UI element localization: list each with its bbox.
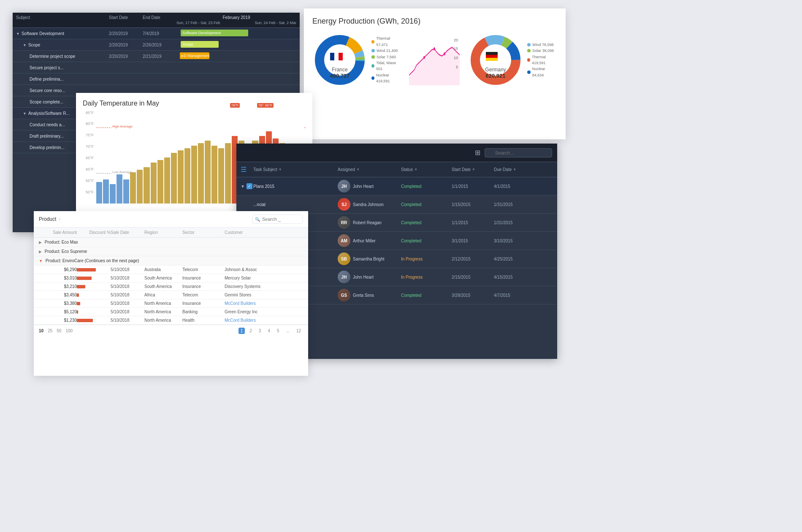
france-legend: Thermal 57,471 Wind 21,400 Solar 7,560 T… <box>371 35 401 84</box>
task-col-assigned: Assigned ▼ <box>338 166 401 174</box>
data-row-3: $3,210 5/10/2018 South America Insurance… <box>34 282 308 291</box>
temp-bar-15 <box>191 111 197 204</box>
task-search-wrap[interactable]: 🔍 <box>485 148 552 157</box>
temp-bar-16 <box>198 111 204 204</box>
task-status-4: Completed <box>401 239 452 243</box>
task-col-checkbox: ☰ <box>241 166 253 174</box>
page-5[interactable]: 5 <box>275 328 282 334</box>
task-status: Completed <box>401 184 452 189</box>
task-toolbar: ⊞ 🔍 <box>236 144 557 162</box>
task-col-start: Start Date ▼ <box>452 166 494 174</box>
gantt-row-define-prelim: Define prelimina... <box>13 73 300 85</box>
page-2[interactable]: 2 <box>247 328 254 334</box>
gantt-col-start: Start Date <box>109 15 143 25</box>
task-assigned-name: John Heart <box>353 184 374 189</box>
temp-bar-14 <box>184 111 190 204</box>
gantt-col-dates: February 2019 Sun, 17 Feb - Sat, 23 Feb … <box>176 15 296 25</box>
avatar-robert-reagan: RR <box>338 216 350 229</box>
task-col-due: Due Date ▼ <box>494 166 540 174</box>
page-size-50[interactable]: 50 <box>57 328 61 333</box>
task-col-status: Status ▼ <box>401 166 452 174</box>
temp-bar-13 <box>178 111 184 204</box>
avatar-john-heart: JH <box>338 180 350 193</box>
gantt-col-end: End Date <box>143 15 176 25</box>
temp-bar-5 <box>123 111 129 204</box>
search-icon: 🔍 <box>255 217 260 222</box>
col-discount: Discount % <box>77 230 111 235</box>
gantt-bar-determine: ▸D Management <box>180 52 209 59</box>
energy-title: Energy Production (GWh, 2016) <box>312 17 557 26</box>
sort-icon[interactable]: ↑ <box>59 217 61 222</box>
page-4[interactable]: 4 <box>266 328 272 334</box>
temp-bar-8 <box>144 111 149 204</box>
avatar-samantha-bright: SB <box>338 252 350 265</box>
temp-bar-6 <box>130 111 136 204</box>
germany-donut: Germany 620,921 <box>468 33 523 87</box>
task-status-5: In Progress <box>401 257 452 261</box>
task-search-input[interactable] <box>485 148 552 157</box>
page-ellipsis: ... <box>284 328 292 334</box>
task-group-name: Plans 2015 <box>253 184 338 189</box>
data-toolbar: Product ↑ 🔍 <box>34 211 308 228</box>
col-customer: Customer <box>225 230 271 235</box>
data-panel: Product ↑ 🔍 Sale Amount Discount % Sale … <box>34 211 308 376</box>
task-checkbox[interactable]: ✓ <box>247 183 252 189</box>
svg-marker-11 <box>409 47 460 85</box>
pagination: 10 25 50 100 1 2 3 4 5 ... 12 <box>34 325 308 337</box>
task-status-2: Completed <box>401 202 452 207</box>
col-region: Region <box>144 230 182 235</box>
gantt-row-determine-scope: Determine project scope 2/20/2019 2/21/2… <box>13 51 300 62</box>
data-row-2: $3,010 5/10/2018 South America Insurance… <box>34 274 308 282</box>
group-eco-max: ▶ Product: Eco Max <box>34 238 308 247</box>
data-row-5: $3,380 5/10/2018 North America Insurance… <box>34 299 308 308</box>
page-size-25[interactable]: 25 <box>48 328 52 333</box>
page-sizes: 10 25 50 100 <box>39 328 73 333</box>
energy-panel: Energy Production (GWh, 2016) <box>304 8 566 139</box>
product-label: Product <box>39 216 56 222</box>
temp-bar-9 <box>151 111 157 204</box>
group-eco-supreme: ▶ Product: Eco Supreme <box>34 247 308 256</box>
avatar-greta-sims: GS <box>338 289 350 301</box>
gantt-bar-scope: Scope <box>181 41 219 48</box>
page-12[interactable]: 12 <box>294 328 303 334</box>
page-3[interactable]: 3 <box>257 328 263 334</box>
germany-legend: Wind 78,598 Solar 38,098 Thermal 419,591… <box>527 42 557 78</box>
filter-icon: ▼ <box>279 168 282 171</box>
data-row-1: $6,290 5/10/2018 Australia Telecom Johns… <box>34 266 308 274</box>
product-header: Product ↑ <box>39 216 61 222</box>
filter-icon: ▼ <box>472 168 475 171</box>
temp-bar-19 <box>218 111 224 204</box>
page-size-100[interactable]: 100 <box>65 328 73 333</box>
col-sale-amount: Sale Amount <box>39 230 77 235</box>
energy-charts: France 490,727 Thermal 57,471 Wind 21,40… <box>312 33 557 87</box>
temp-bar-10 <box>157 111 163 204</box>
avatar-john-heart-2: JH <box>338 271 350 283</box>
data-row-7: $1,230 5/10/2018 North America Health Mc… <box>34 316 308 325</box>
avatar-arthur-miller: AM <box>338 234 350 247</box>
data-search-input[interactable] <box>252 214 303 224</box>
temp-bar-4 <box>117 111 122 204</box>
expand-btn[interactable]: ▼ <box>241 184 245 189</box>
task-group-row-plans2015: ▼ ✓ Plans 2015 JH John Heart Completed 1… <box>236 177 557 195</box>
task-name-financial: ...ncial <box>253 202 338 207</box>
filter-icon: ▼ <box>356 168 360 171</box>
data-row-6: $5,120 5/10/2018 North America Banking G… <box>34 308 308 316</box>
page-1[interactable]: 1 <box>238 328 245 334</box>
data-column-headers: Sale Amount Discount % Sale Date Region … <box>34 228 308 238</box>
page-size-10[interactable]: 10 <box>39 328 43 333</box>
gantt-bar-software-dev: Software Development <box>181 30 248 36</box>
gantt-header: Subject Start Date End Date February 201… <box>13 13 300 28</box>
temp-bar-1 <box>96 111 102 204</box>
gantt-row-secure-project: Secure project s... <box>13 62 300 73</box>
task-column-headers: ☰ Task Subject ▼ Assigned ▼ Status ▼ Sta… <box>236 162 557 177</box>
temp-bar-12 <box>171 111 177 204</box>
filter-icon: ▼ <box>513 168 516 171</box>
temp-bar-11 <box>164 111 170 204</box>
data-search-wrap[interactable]: 🔍 <box>252 214 303 224</box>
task-status-7: Completed <box>401 293 452 298</box>
temp-bar-20 <box>225 111 231 204</box>
page-numbers: 1 2 3 4 5 ... 12 <box>238 328 303 334</box>
task-status-3: Completed <box>401 220 452 225</box>
task-start-date: 1/1/2015 <box>452 184 494 189</box>
avatar-sandra-johnson: SJ <box>338 198 350 211</box>
